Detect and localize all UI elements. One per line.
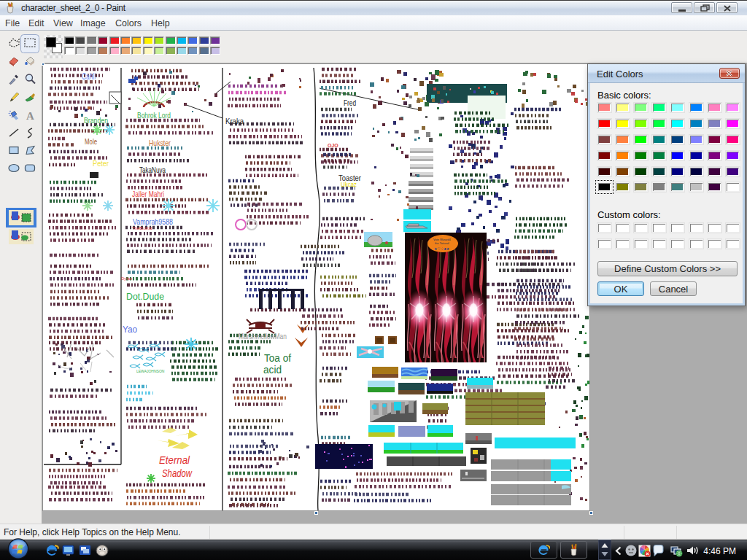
svg-text:Yao: Yao	[123, 324, 137, 335]
svg-text:Mole: Mole	[85, 137, 97, 146]
svg-text:LEWAJOHNSON: LEWAJOHNSON	[136, 369, 165, 373]
svg-text:★♡♢♣★: ★♡♢♣★	[434, 246, 450, 251]
svg-text:Hukster: Hukster	[149, 139, 171, 147]
svg-text:Shadow: Shadow	[162, 467, 193, 479]
svg-text:Toa of: Toa of	[264, 352, 291, 364]
svg-text:Vamprah9588: Vamprah9588	[133, 217, 173, 226]
svg-text:Bohrok Lord: Bohrok Lord	[137, 111, 171, 120]
svg-text:Dylan: Dylan	[121, 276, 132, 281]
svg-text:A: A	[26, 110, 34, 122]
svg-text:Jaller Mahri: Jaller Mahri	[132, 190, 164, 198]
svg-text:OJO: OJO	[328, 143, 338, 148]
svg-text:MarshmellowMan: MarshmellowMan	[239, 332, 287, 341]
svg-text:acid: acid	[263, 364, 282, 376]
svg-text:Branden: Branden	[84, 116, 108, 125]
svg-text:Peter: Peter	[93, 159, 109, 168]
svg-text:Ukcaz: Ukcaz	[341, 181, 357, 188]
svg-text:TakaNuva: TakaNuva	[139, 166, 166, 174]
svg-text:TheBioKid: TheBioKid	[132, 226, 152, 230]
svg-text:the Toturail: the Toturail	[435, 241, 449, 245]
svg-text:Eternal: Eternal	[159, 454, 190, 466]
svg-text:Dot.Dude: Dot.Dude	[126, 291, 164, 302]
svg-text:Fred: Fred	[344, 98, 356, 107]
svg-text:Kraka: Kraka	[225, 117, 244, 125]
svg-text:Cahli: Cahli	[82, 71, 96, 82]
